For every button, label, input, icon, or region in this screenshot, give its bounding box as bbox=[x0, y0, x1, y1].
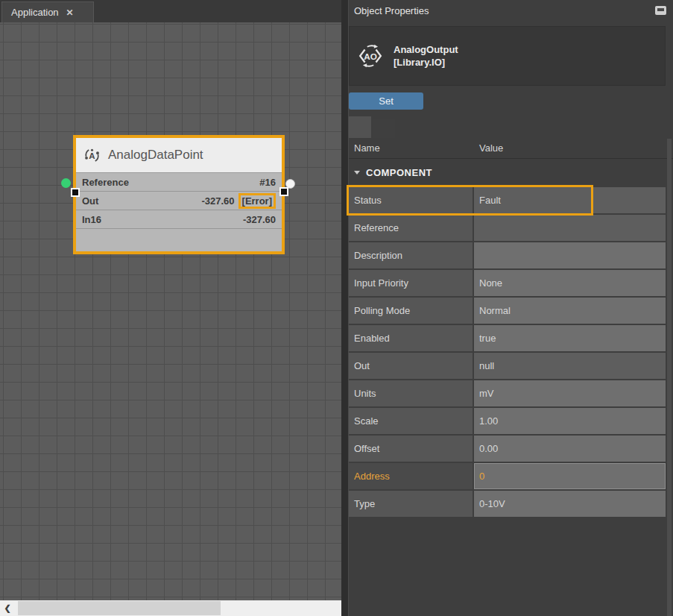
property-name-cell: Reference bbox=[349, 215, 473, 241]
property-name-cell: Type bbox=[349, 491, 473, 517]
property-grid: Status Fault Reference Description Input… bbox=[349, 187, 673, 517]
object-header: AO AnalogOutput [Library.IO] bbox=[349, 26, 666, 86]
property-row[interactable]: Out null bbox=[349, 353, 666, 379]
property-value-cell[interactable]: null bbox=[474, 353, 666, 379]
property-name-cell: Address bbox=[349, 463, 473, 489]
block-port-value: #16 bbox=[259, 177, 276, 188]
section-label: COMPONENT bbox=[366, 167, 432, 178]
property-row[interactable]: Type 0-10V bbox=[349, 491, 666, 517]
tab-application[interactable]: Application ✕ bbox=[1, 1, 94, 22]
property-value-cell[interactable]: None bbox=[474, 270, 666, 296]
property-value-cell[interactable] bbox=[474, 215, 666, 241]
block-port-value: -327.60 bbox=[243, 214, 276, 225]
editor-tab-bar: Application ✕ bbox=[0, 0, 341, 22]
property-row[interactable]: Polling Mode Normal bbox=[349, 298, 666, 324]
property-name-cell: Status bbox=[349, 187, 473, 213]
property-value-cell[interactable]: 0 bbox=[474, 463, 666, 489]
window-restore-icon[interactable] bbox=[655, 6, 666, 15]
analog-datapoint-block[interactable]: A AnalogDataPoint Reference #16 Out -327… bbox=[73, 135, 285, 254]
block-port-row[interactable]: In16 -327.60 bbox=[76, 210, 282, 229]
property-row[interactable]: Units mV bbox=[349, 380, 666, 406]
panel-title: Object Properties bbox=[354, 5, 429, 16]
resize-handle-left[interactable] bbox=[71, 188, 80, 197]
section-component[interactable]: COMPONENT bbox=[349, 159, 673, 186]
column-header-value: Value bbox=[474, 142, 666, 154]
property-value-cell[interactable]: Normal bbox=[474, 298, 666, 324]
set-button[interactable]: Set bbox=[349, 92, 423, 110]
resize-handle-right[interactable] bbox=[279, 187, 288, 196]
block-port-row[interactable]: Out -327.60 [Error] bbox=[76, 192, 282, 210]
block-port-list: Reference #16 Out -327.60 [Error] In16 -… bbox=[76, 173, 282, 229]
panel-title-bar: Object Properties bbox=[349, 0, 673, 21]
block-port-value: -327.60 bbox=[201, 195, 234, 207]
property-name-cell: Input Priority bbox=[349, 270, 473, 296]
properties-scrollbar[interactable] bbox=[667, 139, 672, 616]
property-value-cell[interactable]: 0.00 bbox=[474, 436, 666, 462]
property-row[interactable]: Address 0 bbox=[349, 463, 666, 489]
block-port-name: In16 bbox=[82, 214, 101, 225]
block-footer bbox=[76, 229, 282, 251]
properties-tabs bbox=[349, 116, 673, 138]
property-row[interactable]: Reference bbox=[349, 215, 666, 241]
property-name-cell: Scale bbox=[349, 408, 473, 434]
property-value-cell[interactable]: mV bbox=[474, 380, 666, 406]
svg-text:AO: AO bbox=[364, 51, 377, 61]
diagram-editor-pane: Application ✕ A AnalogDataPoint Refer bbox=[0, 0, 341, 616]
error-badge: [Error] bbox=[238, 193, 276, 209]
property-row[interactable]: Scale 1.00 bbox=[349, 408, 666, 434]
property-row[interactable]: Status Fault bbox=[349, 187, 666, 213]
property-name-cell: Units bbox=[349, 380, 473, 406]
input-connector-green[interactable] bbox=[61, 178, 71, 188]
tab-application-label: Application bbox=[11, 7, 59, 18]
object-library: [Library.IO] bbox=[394, 56, 458, 69]
object-name: AnalogOutput bbox=[394, 43, 458, 56]
properties-tab[interactable] bbox=[373, 119, 395, 138]
close-icon[interactable]: ✕ bbox=[66, 7, 74, 18]
property-name-cell: Description bbox=[349, 242, 473, 268]
property-value-cell[interactable] bbox=[474, 242, 666, 268]
scrollbar-thumb[interactable] bbox=[18, 601, 221, 615]
properties-tab[interactable] bbox=[349, 116, 371, 138]
block-port-name: Out bbox=[82, 195, 98, 207]
svg-text:A: A bbox=[89, 151, 95, 160]
block-port-row[interactable]: Reference #16 bbox=[76, 173, 282, 192]
collapse-arrow-icon[interactable] bbox=[354, 171, 360, 175]
property-value-cell[interactable]: true bbox=[474, 325, 666, 351]
column-header-name: Name bbox=[349, 142, 473, 154]
property-value-cell[interactable]: 0-10V bbox=[474, 491, 666, 517]
property-row[interactable]: Description bbox=[349, 242, 666, 268]
object-properties-panel: Object Properties AO AnalogOutput [Libra… bbox=[348, 0, 673, 616]
block-port-name: Reference bbox=[82, 177, 129, 188]
block-title: AnalogDataPoint bbox=[108, 148, 203, 163]
block-header[interactable]: A AnalogDataPoint bbox=[76, 138, 282, 173]
property-name-cell: Polling Mode bbox=[349, 298, 473, 324]
ao-icon: AO bbox=[356, 44, 385, 68]
grid-column-headers: Name Value bbox=[349, 138, 673, 159]
property-name-cell: Offset bbox=[349, 436, 473, 462]
property-row[interactable]: Enabled true bbox=[349, 325, 666, 351]
scrollbar-left-arrow-icon[interactable]: ❮ bbox=[0, 600, 15, 616]
property-name-cell: Out bbox=[349, 353, 473, 379]
property-value-cell[interactable]: 1.00 bbox=[474, 408, 666, 434]
horizontal-scrollbar[interactable]: ❮ bbox=[0, 600, 341, 616]
analog-datapoint-icon: A bbox=[83, 147, 101, 164]
property-value-cell[interactable]: Fault bbox=[474, 187, 666, 213]
property-row[interactable]: Offset 0.00 bbox=[349, 436, 666, 462]
property-name-cell: Enabled bbox=[349, 325, 473, 351]
diagram-canvas[interactable]: A AnalogDataPoint Reference #16 Out -327… bbox=[0, 22, 341, 600]
property-row[interactable]: Input Priority None bbox=[349, 270, 666, 296]
